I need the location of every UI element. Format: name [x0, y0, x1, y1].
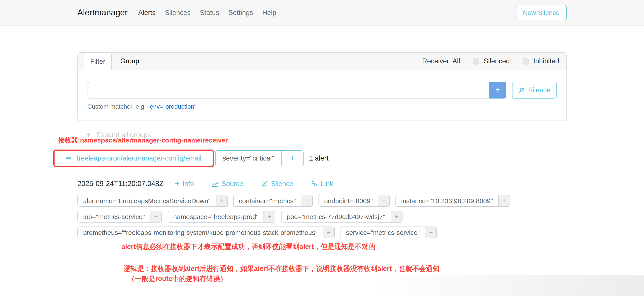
label-add-button[interactable]: +: [150, 211, 162, 222]
silence-action-label: Silence: [271, 180, 294, 188]
label-add-button[interactable]: +: [390, 211, 402, 222]
main-content: Filter Group Receiver: All Silenced Inhi…: [78, 52, 566, 284]
alert-count: 1 alert: [309, 154, 328, 162]
matcher-helper: Custom matcher, e.g. env="production": [87, 103, 557, 110]
alert-group-row: freeleaps-prod/alertmanager-config/email…: [53, 150, 566, 167]
silenced-checkbox[interactable]: [473, 58, 479, 64]
label-button[interactable]: prometheus="freeleaps-monitoring-system/…: [78, 227, 323, 238]
receiver-filter[interactable]: Receiver: All: [422, 58, 460, 65]
matcher-input[interactable]: [87, 82, 489, 98]
annotation-logic-note-line1: 逻辑是：接收器收到alert后进行通知，如果alert不在接收器下，说明接收器没…: [124, 264, 566, 273]
group-matcher-add-button[interactable]: +: [281, 151, 303, 166]
nav-item-silences[interactable]: Silences: [165, 8, 190, 16]
label-row: job="metrics-service" + namespace="freel…: [78, 211, 566, 222]
label-add-button[interactable]: +: [498, 195, 510, 206]
screen: Alertmanager Alerts Silences Status Sett…: [0, 0, 644, 296]
filter-card-body: + Silence Custom matcher, e.g. env="prod…: [78, 70, 566, 120]
bell-slash-icon: [261, 180, 268, 187]
alert-label: job="metrics-service" +: [78, 211, 162, 222]
new-silence-button[interactable]: New Silence: [516, 5, 566, 20]
tab-filter-label: Filter: [90, 58, 105, 66]
receiver-group-label: freeleaps-prod/alertmanager-config/email: [77, 154, 202, 162]
plus-icon: +: [175, 179, 180, 188]
alert-labels: alertname="FreeleapsMetricsServiceDown" …: [78, 195, 566, 238]
label-add-button[interactable]: +: [264, 211, 275, 222]
alert-label: pod="metrics-77d9cdb497-wdsj7" +: [281, 211, 402, 222]
label-button[interactable]: namespace="freeleaps-prod": [168, 211, 264, 222]
link-icon: [311, 180, 318, 187]
silence-action[interactable]: Silence: [261, 180, 294, 188]
label-add-button[interactable]: +: [216, 195, 227, 206]
label-row: alertname="FreeleapsMetricsServiceDown" …: [78, 195, 566, 206]
alert-label: service="metrics-service" +: [340, 226, 437, 238]
filter-card-header: Filter Group Receiver: All Silenced Inhi…: [78, 53, 566, 70]
label-add-button[interactable]: +: [301, 195, 312, 206]
nav-item-settings[interactable]: Settings: [228, 8, 253, 16]
tab-filter[interactable]: Filter: [84, 53, 112, 70]
label-button[interactable]: pod="metrics-77d9cdb497-wdsj7": [282, 211, 390, 222]
alert-timestamp: 2025-09-24T11:20:07.048Z: [78, 180, 164, 188]
inhibited-checkbox[interactable]: [522, 58, 529, 64]
nav-item-status[interactable]: Status: [200, 8, 219, 16]
matcher-input-group: +: [87, 82, 506, 98]
group-matcher: severity="critical" +: [215, 150, 304, 166]
filter-card: Filter Group Receiver: All Silenced Inhi…: [78, 52, 566, 121]
group-matcher-button[interactable]: severity="critical": [216, 151, 281, 166]
navbar: Alertmanager Alerts Silences Status Sett…: [0, 0, 644, 26]
filter-options: Receiver: All Silenced Inhibited: [422, 53, 559, 70]
info-action-label: Info: [182, 180, 194, 188]
app-brand[interactable]: Alertmanager: [78, 8, 128, 17]
add-matcher-button[interactable]: +: [489, 82, 506, 98]
label-button[interactable]: instance="10.233.98.209:8009": [396, 195, 498, 206]
alert-label: endpoint="8009" +: [318, 195, 390, 206]
silence-button[interactable]: Silence: [512, 82, 557, 98]
label-button[interactable]: job="metrics-service": [78, 211, 150, 222]
alert-label: container="metrics" +: [233, 195, 313, 206]
annotation-highlight-box: freeleaps-prod/alertmanager-config/email: [53, 150, 214, 167]
receiver-group-button[interactable]: freeleaps-prod/alertmanager-config/email: [54, 151, 213, 166]
label-button[interactable]: alertname="FreeleapsMetricsServiceDown": [78, 195, 216, 206]
info-action[interactable]: + Info: [175, 179, 194, 188]
label-button[interactable]: service="metrics-service": [341, 227, 425, 238]
minus-icon: [66, 158, 71, 159]
silenced-label[interactable]: Silenced: [484, 58, 510, 65]
bell-slash-icon: [518, 86, 525, 94]
silence-button-label: Silence: [528, 86, 550, 94]
source-action-label: Source: [222, 180, 243, 188]
label-add-button[interactable]: +: [425, 227, 436, 238]
annotation-logic-note-line2: （一般是route中的逻辑有错误）: [128, 275, 566, 284]
alert-header: 2025-09-24T11:20:07.048Z + Info Source: [78, 178, 566, 189]
annotation-alert-note: alert信息必须在接收器下才表示配置成功，否则即使能看到alert，但是通知是…: [122, 242, 566, 251]
label-add-button[interactable]: +: [323, 227, 334, 238]
inhibited-label[interactable]: Inhibited: [533, 58, 559, 65]
nav-item-alerts[interactable]: Alerts: [138, 8, 156, 16]
label-button[interactable]: container="metrics": [234, 195, 301, 206]
link-action-label: Link: [320, 180, 333, 188]
annotation-receiver-note: 接收器:namespace/altermanager-config-name/r…: [58, 136, 566, 144]
alert-label: instance="10.233.98.209:8009" +: [396, 195, 510, 206]
alert-label: namespace="freeleaps-prod" +: [168, 211, 276, 222]
link-action[interactable]: Link: [311, 180, 333, 188]
alert-label: alertname="FreeleapsMetricsServiceDown" …: [78, 195, 228, 206]
tab-group-label: Group: [120, 58, 139, 65]
nav-item-help[interactable]: Help: [262, 8, 276, 16]
alert-label: prometheus="freeleaps-monitoring-system/…: [78, 226, 335, 238]
source-action[interactable]: Source: [211, 180, 243, 188]
label-row: prometheus="freeleaps-monitoring-system/…: [78, 226, 566, 238]
chart-line-icon: [211, 180, 218, 187]
matcher-helper-text: Custom matcher, e.g.: [87, 103, 146, 110]
label-add-button[interactable]: +: [378, 195, 390, 206]
matcher-example-link[interactable]: env="production": [150, 103, 196, 110]
tab-group[interactable]: Group: [112, 53, 148, 70]
label-button[interactable]: endpoint="8009": [319, 195, 378, 206]
